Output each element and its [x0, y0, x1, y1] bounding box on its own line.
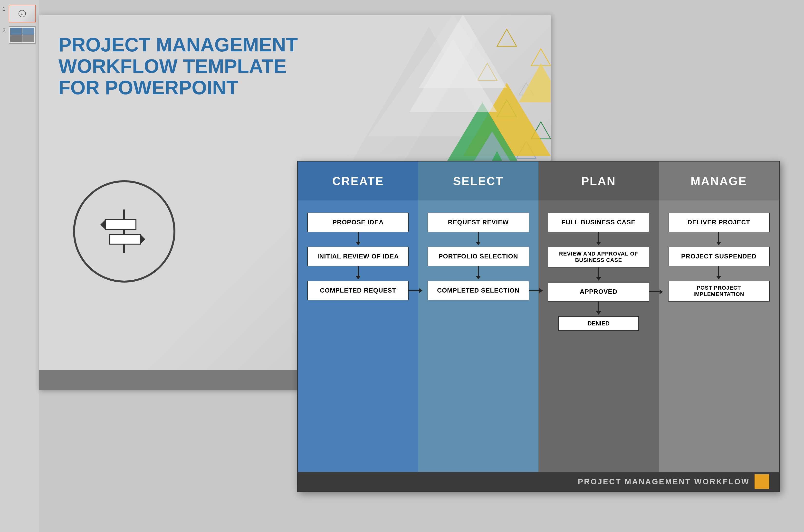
col-body-plan: FULL BUSINESS CASE REVIEW AND APPROVAL O… [539, 201, 659, 472]
slide-thumb-1[interactable]: ⊕ [9, 5, 36, 22]
box-completed-request: COMPLETED REQUEST [307, 281, 409, 300]
box-denied: DENIED [558, 316, 639, 331]
signpost-circle [73, 180, 175, 283]
sign-right [109, 234, 141, 245]
arrow-1 [358, 232, 359, 242]
col-header-manage: MANAGE [659, 162, 779, 201]
arrow-6 [598, 267, 599, 277]
arrow-2 [358, 266, 359, 276]
col-body-manage: DELIVER PROJECT PROJECT SUSPENDED POST P… [659, 201, 779, 472]
arrow-8 [718, 232, 719, 242]
sign-left [105, 219, 136, 230]
slide-thumb-2-container: 2 [2, 26, 37, 44]
box-post-project: POST PROJECT IMPLEMENTATION [668, 281, 770, 302]
col-header-plan: PLAN [539, 162, 659, 201]
box-request-review: REQUEST REVIEW [428, 213, 529, 232]
slide-number-1: 1 [2, 6, 7, 12]
arrow-7 [598, 302, 599, 311]
col-header-create: CREATE [298, 162, 418, 201]
col-body-create: PROPOSE IDEA INITIAL REVIEW OF IDEA COMP… [298, 201, 418, 472]
arrow-4 [478, 266, 479, 276]
box-project-suspended: PROJECT SUSPENDED [668, 247, 770, 266]
slide-thumb-1-container: 1 ⊕ [2, 5, 37, 22]
slide-panel: 1 ⊕ 2 [0, 0, 39, 532]
arrow-9 [718, 266, 719, 276]
arrow-3 [478, 232, 479, 242]
slide-number-2: 2 [2, 27, 7, 34]
workflow-header: CREATE SELECT PLAN MANAGE [298, 162, 779, 201]
svg-marker-4 [531, 49, 550, 66]
post-vertical [123, 209, 125, 253]
workflow-body: PROPOSE IDEA INITIAL REVIEW OF IDEA COMP… [298, 201, 779, 472]
box-completed-selection: COMPLETED SELECTION [428, 281, 529, 300]
box-deliver-project: DELIVER PROJECT [668, 213, 770, 232]
footer-accent-bar [754, 474, 769, 489]
arrow-5 [598, 232, 599, 242]
workflow-footer: PROJECT MANAGEMENT WORKFLOW [298, 472, 779, 491]
slide-title: PROJECT MANAGEMENT WORKFLOW TEMPLATE FOR… [58, 34, 298, 98]
box-approved: APPROVED [548, 282, 649, 302]
workflow-footer-title: PROJECT MANAGEMENT WORKFLOW [578, 477, 750, 486]
box-initial-review: INITIAL REVIEW OF IDEA [307, 247, 409, 266]
col-header-select: SELECT [418, 162, 539, 201]
svg-marker-13 [519, 63, 550, 102]
slide-thumb-2[interactable] [9, 26, 36, 44]
slide-2-workflow: CREATE SELECT PLAN MANAGE PROPOSE IDEA I… [297, 161, 780, 492]
box-full-business-case: FULL BUSINESS CASE [548, 213, 649, 232]
box-review-approval: REVIEW AND APPROVAL OF BUSINESS CASE [548, 247, 649, 267]
box-portfolio-selection: PORTFOLIO SELECTION [428, 247, 529, 266]
signpost-icon [102, 209, 146, 253]
col-body-select: REQUEST REVIEW PORTFOLIO SELECTION COMPL… [418, 201, 539, 472]
svg-marker-3 [497, 29, 517, 46]
box-propose-idea: PROPOSE IDEA [307, 213, 409, 232]
